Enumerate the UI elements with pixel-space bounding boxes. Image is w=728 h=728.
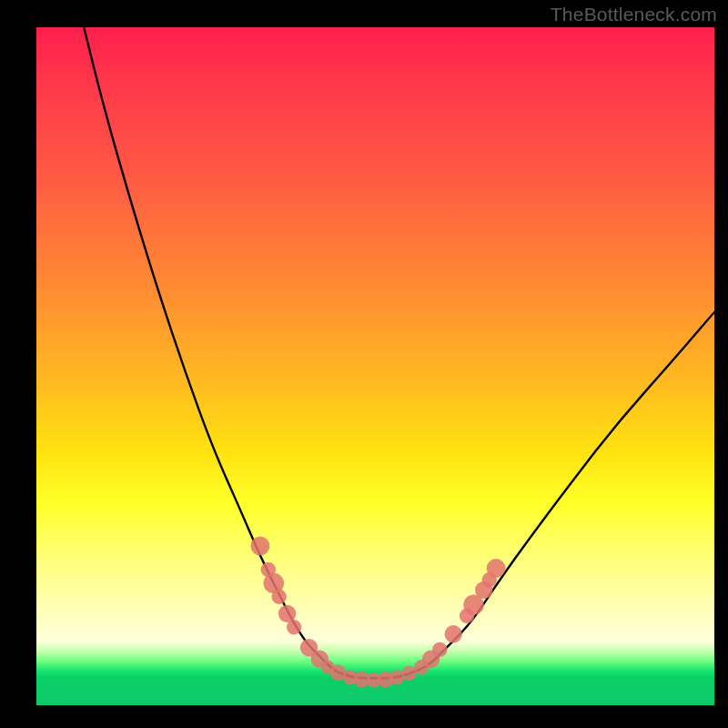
scatter-dots [251, 537, 506, 688]
data-point [251, 537, 270, 556]
bottleneck-curve [84, 27, 714, 678]
watermark-text: TheBottleneck.com [551, 4, 717, 25]
data-point [272, 590, 287, 604]
data-point [432, 642, 447, 657]
data-point [487, 559, 506, 578]
data-point [445, 625, 462, 642]
plot-area [36, 27, 714, 705]
data-point [287, 620, 301, 634]
chart-svg [36, 27, 714, 705]
chart-frame: TheBottleneck.com [0, 0, 728, 728]
